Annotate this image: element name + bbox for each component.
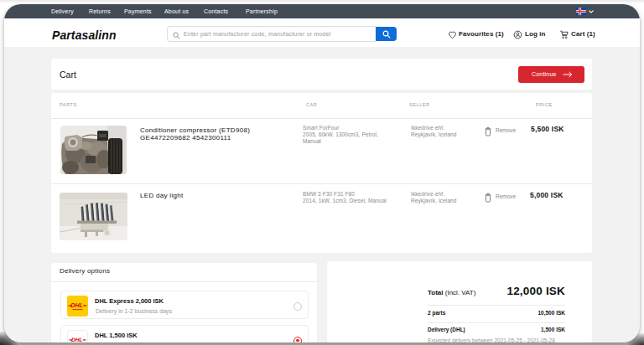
- svg-text:DHL: DHL: [70, 301, 84, 309]
- svg-text:DHL: DHL: [71, 337, 83, 342]
